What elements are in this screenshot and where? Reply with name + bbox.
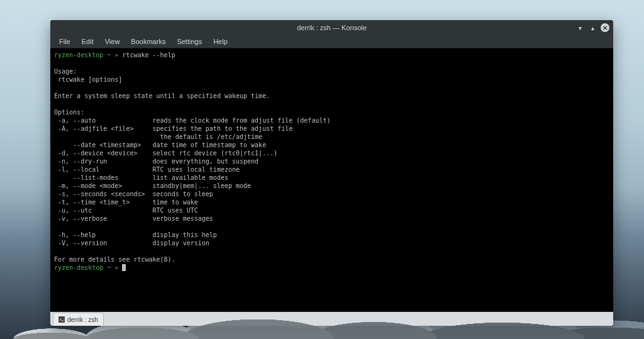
prompt-sep: ~ » [103, 52, 122, 58]
prompt-host: ryzen-desktop [54, 52, 103, 58]
output-line: -V, --version display version [54, 240, 209, 247]
output-line: rtcwake [options] [54, 76, 122, 83]
output-line: --date <timestamp> date time of timestam… [54, 142, 266, 148]
output-line: For more details see rtcwake(8). [54, 256, 175, 263]
output-line: -n, --dry-run does everything, but suspe… [54, 158, 258, 165]
tab-label: derrik : zsh [67, 316, 98, 323]
window-titlebar[interactable]: derrik : zsh — Konsole ▾ ▴ ✕ [50, 20, 613, 35]
output-line: Enter a system sleep state until a speci… [54, 92, 270, 99]
output-line: -a, --auto reads the clock mode from adj… [54, 117, 331, 124]
output-line: -t, --time <time_t> time to wake [54, 199, 198, 206]
menu-view[interactable]: View [100, 36, 125, 47]
terminal-cursor [122, 264, 126, 271]
menu-edit[interactable]: Edit [77, 36, 99, 47]
window-title: derrik : zsh — Konsole [297, 24, 367, 31]
output-line: -A, --adjfile <file> specifies the path … [54, 125, 292, 132]
menu-settings[interactable]: Settings [172, 36, 207, 47]
maximize-button[interactable]: ▴ [588, 23, 597, 32]
tab-bar: derrik : zsh [50, 311, 613, 326]
konsole-window: derrik : zsh — Konsole ▾ ▴ ✕ File Edit V… [50, 20, 613, 326]
output-line: the default is /etc/adjtime [54, 133, 262, 140]
menu-help[interactable]: Help [208, 36, 233, 47]
prompt-command: rtcwake --help [122, 52, 175, 58]
output-line: -u, --utc RTC uses UTC [54, 207, 198, 214]
desktop-background: derrik : zsh — Konsole ▾ ▴ ✕ File Edit V… [0, 0, 644, 339]
close-button[interactable]: ✕ [601, 23, 609, 32]
menu-bookmarks[interactable]: Bookmarks [126, 36, 170, 47]
output-line: Usage: [54, 68, 77, 75]
output-line: -d, --device <device> select rtc device … [54, 150, 277, 157]
window-controls: ▾ ▴ ✕ [575, 20, 609, 35]
prompt-sep: ~ » [103, 264, 122, 271]
terminal-viewport[interactable]: ryzen-desktop ~ » rtcwake --help Usage: … [50, 48, 613, 311]
output-line: --list-modes list available modes [54, 174, 228, 181]
terminal-tab[interactable]: derrik : zsh [53, 313, 104, 326]
terminal-icon [58, 316, 65, 323]
svg-rect-0 [58, 316, 65, 323]
minimize-button[interactable]: ▾ [575, 23, 584, 32]
output-line: -s, --seconds <seconds> seconds to sleep [54, 191, 213, 197]
output-line: Options: [54, 109, 84, 116]
output-line: -h, --help display this help [54, 231, 217, 238]
menu-file[interactable]: File [54, 36, 75, 47]
output-line: -v, --verbose verbose messages [54, 215, 213, 222]
menubar: File Edit View Bookmarks Settings Help [50, 35, 613, 48]
prompt-host: ryzen-desktop [54, 264, 103, 271]
output-line: -m, --mode <mode> standby|mem|... sleep … [54, 182, 251, 189]
output-line: -l, --local RTC uses local timezone [54, 166, 240, 173]
